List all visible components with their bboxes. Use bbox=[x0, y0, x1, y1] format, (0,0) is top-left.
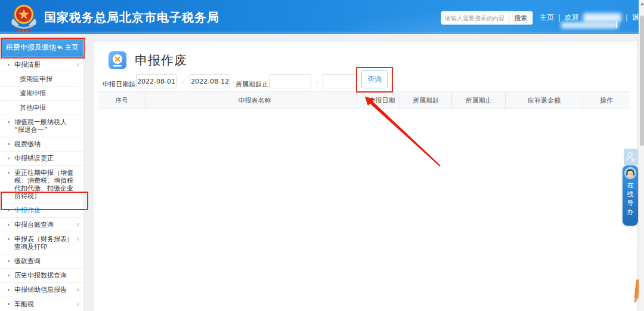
range-dash: - bbox=[182, 78, 184, 85]
top-header: 中国税务 国家税务总局北京市电子税务局 搜索 主页 | 欢迎 | 退出 bbox=[0, 0, 644, 34]
sidebar-item-label: 税费缴纳 bbox=[14, 140, 41, 148]
nav-separator: | bbox=[626, 14, 628, 22]
sidebar-item-label: 申报辅助信息报告 bbox=[14, 286, 67, 294]
chevron-down-icon: ∨ bbox=[76, 221, 80, 229]
bullet-icon bbox=[8, 158, 10, 159]
chevron-down-icon: ∨ bbox=[76, 61, 80, 69]
page-title: 申报作废 bbox=[135, 52, 187, 69]
search-input[interactable] bbox=[441, 11, 509, 24]
bullet-icon bbox=[8, 275, 10, 276]
chevron-down-icon: ∨ bbox=[76, 300, 80, 308]
sidebar-item-label: 申报清册 bbox=[14, 61, 41, 69]
table-column-header: 申报表名称 bbox=[145, 92, 364, 110]
scrollbar-thumb[interactable] bbox=[640, 16, 644, 146]
table-column-header: 所属期起 bbox=[400, 92, 451, 110]
sidebar-item-label: 车船税 bbox=[14, 300, 34, 308]
sidebar-item[interactable]: 其他申报 bbox=[0, 101, 84, 115]
bullet-icon bbox=[8, 260, 10, 262]
online-guide-widget[interactable]: 在线导办 bbox=[623, 165, 638, 226]
svg-text:中国税务: 中国税务 bbox=[16, 28, 32, 33]
declaration-cancel-icon bbox=[109, 51, 126, 69]
bullet-icon bbox=[8, 121, 10, 123]
sidebar-header[interactable]: 税费申报及缴纳 主页 bbox=[1, 38, 83, 57]
bullet-icon bbox=[8, 224, 10, 226]
sidebar-item[interactable]: 按期应申报 bbox=[0, 72, 84, 87]
sidebar-item[interactable]: 税费缴纳 bbox=[0, 137, 84, 152]
table-column-header: 序号 bbox=[98, 92, 145, 110]
table-column-header: 所属期止 bbox=[451, 92, 505, 110]
period-from-input[interactable] bbox=[270, 74, 311, 88]
period-to-input[interactable] bbox=[323, 74, 357, 88]
sidebar-item-label: 历史申报数据查询 bbox=[14, 272, 67, 279]
sidebar-item-label: 申报表（财务报表）查询及打印 bbox=[14, 235, 73, 251]
sidebar-menu: 申报清册∨按期应申报逾期申报其他申报增值税一般纳税人“报退合一”税费缴纳申报错误… bbox=[0, 58, 84, 311]
sidebar-item-label: 增值税一般纳税人“报退合一” bbox=[14, 118, 67, 134]
redacted-username bbox=[583, 13, 621, 22]
chevron-down-icon: ∨ bbox=[76, 235, 80, 243]
sidebar-item-label: 逾期申报 bbox=[20, 90, 46, 97]
date-to-input[interactable] bbox=[190, 74, 230, 88]
scroll-up-arrow-icon[interactable] bbox=[640, 2, 644, 5]
table-column-header: 申报日期 bbox=[364, 92, 400, 110]
sidebar-item[interactable]: 车船税∨ bbox=[0, 297, 84, 311]
chevron-down-icon: ∨ bbox=[76, 286, 80, 294]
sidebar-item[interactable]: 申报辅助信息报告∨ bbox=[0, 283, 84, 297]
sidebar-item[interactable]: 更正往期申报（增值税、消费税、增值税代扣代缴、扣缴企业所得税） bbox=[0, 166, 84, 204]
date-from-input[interactable] bbox=[136, 74, 177, 88]
bullet-icon bbox=[8, 143, 10, 145]
sidebar: 税费申报及缴纳 主页 申报清册∨按期应申报逾期申报其他申报增值税一般纳税人“报退… bbox=[0, 37, 84, 311]
sidebar-item[interactable]: 逾期申报 bbox=[0, 87, 84, 101]
online-guide-label: 在线导办 bbox=[627, 181, 634, 216]
sidebar-item-label: 申报作废 bbox=[14, 207, 41, 214]
bullet-icon bbox=[8, 238, 10, 240]
vertical-scrollbar[interactable] bbox=[639, 0, 644, 311]
table-column-header: 操作 bbox=[583, 92, 630, 110]
sidebar-item[interactable]: 申报表（财务报表）查询及打印∨ bbox=[0, 232, 84, 254]
person-star-icon bbox=[626, 152, 636, 162]
main-content: 申报作废 申报日期起止: - 所属期起止: - 查询 序号申报表名称申报日期所属… bbox=[94, 42, 637, 311]
bullet-icon bbox=[8, 289, 10, 291]
search-button[interactable]: 搜索 bbox=[509, 11, 532, 24]
bullet-icon bbox=[8, 172, 10, 174]
tax-bureau-emblem-icon: 中国税务 bbox=[10, 3, 38, 33]
bullet-icon bbox=[8, 210, 10, 211]
sidebar-item[interactable]: 增值税一般纳税人“报退合一” bbox=[0, 115, 84, 137]
back-arrow-icon bbox=[57, 44, 63, 51]
nav-separator-line2 bbox=[616, 21, 617, 28]
sidebar-item-label: 申报错误更正 bbox=[14, 155, 54, 162]
header-search: 搜索 bbox=[441, 11, 532, 24]
query-button[interactable]: 查询 bbox=[361, 70, 388, 88]
nav-welcome-label: 欢迎 bbox=[565, 13, 579, 23]
sidebar-item-label: 申报台账查询 bbox=[14, 221, 54, 229]
sidebar-item[interactable]: 申报错误更正 bbox=[0, 152, 84, 166]
app-window: 中国税务 国家税务总局北京市电子税务局 搜索 主页 | 欢迎 | 退出 税费申报… bbox=[0, 0, 644, 311]
sidebar-item-label: 按期应申报 bbox=[20, 75, 52, 83]
sidebar-item-label: 其他申报 bbox=[20, 104, 46, 112]
sidebar-item[interactable]: 缴款查询 bbox=[0, 254, 84, 269]
redacted-username-line2 bbox=[561, 22, 618, 29]
table-column-header: 应补退金额 bbox=[505, 92, 583, 110]
sidebar-item[interactable]: 申报台账查询∨ bbox=[0, 218, 84, 232]
site-title: 国家税务总局北京市电子税务局 bbox=[44, 10, 219, 26]
customer-service-avatar bbox=[624, 167, 636, 179]
nav-separator: | bbox=[558, 14, 561, 22]
sidebar-item[interactable]: 申报清册∨ bbox=[0, 58, 84, 72]
results-table-header: 序号申报表名称申报日期所属期起所属期止应补退金额操作 bbox=[98, 91, 630, 109]
sidebar-home-link[interactable]: 主页 bbox=[57, 43, 78, 52]
nav-home-link[interactable]: 主页 bbox=[540, 13, 554, 23]
sidebar-header-title: 税费申报及缴纳 bbox=[6, 42, 56, 53]
page-title-row: 申报作废 bbox=[109, 51, 187, 69]
sidebar-item-label: 更正往期申报（增值税、消费税、增值税代扣代缴、扣缴企业所得税） bbox=[14, 169, 73, 200]
period-range-label: 所属期起止: bbox=[236, 78, 271, 92]
header-nav: 主页 | 欢迎 | 退出 bbox=[540, 13, 644, 23]
member-favorite-widget[interactable] bbox=[624, 149, 638, 165]
sidebar-item[interactable]: 历史申报数据查询 bbox=[0, 269, 84, 283]
range-dash: - bbox=[316, 78, 318, 85]
bullet-icon bbox=[8, 303, 10, 305]
sidebar-item-active[interactable]: 申报作废 bbox=[0, 204, 84, 218]
sidebar-item-label: 缴款查询 bbox=[14, 257, 41, 265]
bullet-icon bbox=[8, 64, 10, 66]
